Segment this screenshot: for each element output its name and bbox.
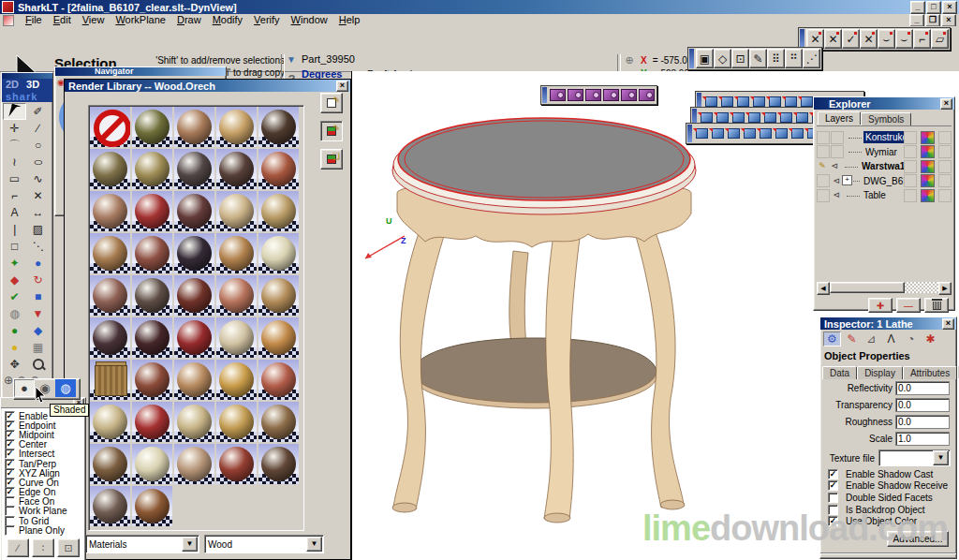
- snap-item-edge-on[interactable]: ✓Edge On: [5, 488, 85, 497]
- solid-tool-icon[interactable]: [694, 125, 710, 142]
- draw-tool-icon[interactable]: ◇: [714, 49, 731, 68]
- material-swatch[interactable]: [90, 233, 130, 273]
- tab-data[interactable]: Data: [822, 366, 857, 379]
- material-swatch[interactable]: [216, 275, 257, 316]
- snap-item-work-plane[interactable]: Work Plane: [5, 507, 85, 516]
- material-swatch[interactable]: [174, 149, 214, 189]
- shell-tool[interactable]: ◍: [3, 305, 26, 322]
- material-swatch[interactable]: [258, 191, 299, 231]
- material-swatch[interactable]: [174, 360, 214, 400]
- material-swatch[interactable]: [258, 444, 299, 484]
- layer-cell[interactable]: [904, 131, 917, 144]
- hatch-tool[interactable]: ▨: [26, 221, 50, 238]
- delete-layer-button[interactable]: [924, 298, 949, 313]
- curve-tool[interactable]: ≀: [3, 154, 26, 170]
- material-swatch[interactable]: [90, 486, 130, 526]
- reflectivity-input[interactable]: [896, 382, 949, 394]
- draw-tool-icon[interactable]: ⠿: [767, 49, 785, 68]
- hidden-line-mode[interactable]: ◍: [55, 379, 76, 397]
- solid-tool-icon[interactable]: [710, 125, 726, 142]
- toolbar-grip[interactable]: [687, 125, 692, 142]
- explorer-scrollbar[interactable]: ◀ ▶: [817, 282, 952, 293]
- transparency-input[interactable]: [896, 399, 949, 411]
- layer-color-icon[interactable]: [921, 174, 935, 187]
- material-swatch[interactable]: [258, 149, 299, 189]
- layer-row[interactable]: ⊲+DWG_B6107: [817, 174, 952, 189]
- material-swatch[interactable]: [174, 233, 214, 273]
- line-tool[interactable]: ∕: [26, 120, 50, 137]
- view-sphere-icon[interactable]: ⊕: [4, 374, 13, 387]
- toolbar-grip[interactable]: [689, 49, 694, 68]
- expand-icon[interactable]: +: [842, 175, 852, 185]
- layer-cell[interactable]: [831, 145, 844, 158]
- camera-tool-icon[interactable]: [621, 89, 637, 101]
- remove-layer-button[interactable]: —: [896, 298, 921, 313]
- material-swatch[interactable]: [216, 317, 257, 358]
- menu-item-view[interactable]: View: [77, 14, 111, 26]
- menu-item-window[interactable]: Window: [286, 14, 333, 26]
- verify-tool[interactable]: ✔: [3, 288, 26, 305]
- material-swatch[interactable]: [258, 360, 299, 400]
- layer-cell[interactable]: [938, 131, 952, 144]
- sphere-tool[interactable]: ●: [26, 255, 50, 272]
- layer-row[interactable]: ✎⊲Warstwa1: [817, 159, 952, 174]
- spline-tool[interactable]: ∿: [26, 170, 50, 187]
- add-layer-button[interactable]: ✚: [868, 298, 893, 313]
- material-swatch[interactable]: [174, 191, 214, 231]
- circle-tool[interactable]: ○: [26, 137, 50, 154]
- material-swatch[interactable]: [216, 233, 257, 273]
- mdi-control-button[interactable]: ❐: [925, 14, 940, 27]
- pencil-icon[interactable]: ✎: [843, 332, 861, 346]
- layer-cell[interactable]: [904, 160, 917, 173]
- layer-row[interactable]: Wymiar: [817, 145, 952, 160]
- blend-tool[interactable]: ●: [3, 322, 26, 339]
- solid-tool-icon[interactable]: [789, 125, 805, 142]
- layer-color-icon[interactable]: [921, 131, 935, 144]
- menu-item-modify[interactable]: Modify: [207, 14, 248, 26]
- tab-symbols[interactable]: Symbols: [861, 112, 911, 125]
- layer-row[interactable]: Konstrukcja: [817, 130, 952, 145]
- library-folder-dropdown[interactable]: Wood ▼: [204, 535, 324, 553]
- material-swatch[interactable]: [90, 107, 130, 147]
- snap-item-intersect[interactable]: ✓Intersect: [5, 449, 85, 459]
- extrude-tool[interactable]: ◆: [26, 322, 50, 339]
- material-swatch[interactable]: [174, 107, 214, 147]
- material-swatch[interactable]: [258, 275, 299, 316]
- trim-tool-icon[interactable]: ✕: [806, 29, 824, 49]
- toolbar-grip[interactable]: [800, 29, 804, 49]
- transform-tool[interactable]: ⋱: [26, 238, 50, 255]
- material-swatch[interactable]: [174, 444, 214, 484]
- fillet-tool[interactable]: ⌐: [3, 187, 26, 204]
- layer-color-icon[interactable]: [921, 160, 935, 173]
- select-tool[interactable]: [3, 103, 26, 120]
- solid-tool[interactable]: ■: [26, 288, 50, 305]
- menu-item-draw[interactable]: Draw: [171, 14, 207, 26]
- layer-cell[interactable]: [938, 160, 952, 173]
- chevron-down-icon[interactable]: ▼: [933, 450, 949, 465]
- solid-tool-icon[interactable]: [742, 125, 758, 142]
- layer-row[interactable]: ⊲Table: [817, 188, 952, 203]
- axes-icon[interactable]: ✱: [922, 332, 939, 346]
- checkbox-checked[interactable]: ✓: [828, 469, 838, 479]
- text-tool[interactable]: A: [3, 204, 26, 221]
- layer-cell[interactable]: [817, 131, 830, 144]
- snap-item-xyz-align[interactable]: ✓XYZ Align: [5, 468, 85, 478]
- checkbox-checked[interactable]: ✓: [828, 480, 838, 491]
- menu-item-help[interactable]: Help: [333, 14, 366, 26]
- scroll-right-icon[interactable]: ▶: [938, 282, 952, 295]
- snap-item-tan-perp[interactable]: ✓Tan/Perp: [5, 459, 85, 468]
- material-swatch[interactable]: [174, 402, 214, 442]
- eyedropper-tool[interactable]: ✐: [26, 103, 50, 120]
- roughness-input[interactable]: [896, 416, 949, 428]
- layer-cell[interactable]: [904, 189, 917, 202]
- layer-cell[interactable]: [817, 145, 830, 158]
- ellipse-tool[interactable]: ○: [26, 154, 50, 170]
- revolve-tool[interactable]: ↻: [26, 272, 50, 288]
- texture-file-dropdown[interactable]: ▼: [878, 449, 951, 466]
- copy-material-button[interactable]: ❏: [320, 149, 343, 169]
- material-swatch[interactable]: [90, 275, 130, 316]
- material-swatch[interactable]: [216, 191, 257, 231]
- material-swatch[interactable]: [216, 107, 257, 147]
- plane-tool[interactable]: ✦: [3, 255, 26, 272]
- material-swatch[interactable]: [90, 444, 130, 484]
